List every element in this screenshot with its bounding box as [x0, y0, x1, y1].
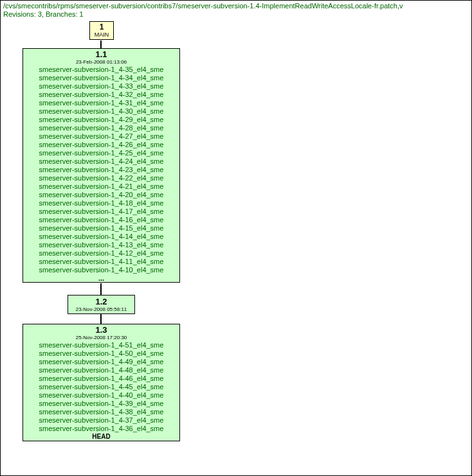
- revision-tag: smeserver-subversion-1_4-15_el4_sme: [23, 224, 179, 233]
- revision-tag: smeserver-subversion-1_4-18_el4_sme: [23, 199, 179, 207]
- revision-date: 23-Nov-2008 05:58:11: [71, 306, 132, 312]
- connector-rev1-rev2: [100, 283, 102, 295]
- revision-tag: smeserver-subversion-1_4-10_el4_sme: [23, 266, 179, 274]
- branch-box-main[interactable]: 1 MAIN: [89, 21, 114, 40]
- revision-tag: smeserver-subversion-1_4-39_el4_sme: [23, 400, 179, 408]
- revision-tag: smeserver-subversion-1_4-21_el4_sme: [23, 182, 179, 191]
- revision-tag: smeserver-subversion-1_4-13_el4_sme: [23, 241, 179, 249]
- branch-name: MAIN: [90, 31, 113, 38]
- revision-tag: smeserver-subversion-1_4-48_el4_sme: [23, 366, 179, 375]
- revision-tag: smeserver-subversion-1_4-14_el4_sme: [23, 233, 179, 241]
- revision-date: 23-Feb-2008 01:13:06: [23, 59, 179, 65]
- page-root: /cvs/smecontribs/rpms/smeserver-subversi…: [0, 0, 472, 476]
- revision-tag: smeserver-subversion-1_4-35_el4_sme: [23, 66, 179, 74]
- revision-tag: smeserver-subversion-1_4-30_el4_sme: [23, 107, 179, 116]
- revision-box-1-1[interactable]: 1.1 23-Feb-2008 01:13:06 smeserver-subve…: [23, 48, 180, 283]
- revision-tag: smeserver-subversion-1_4-29_el4_sme: [23, 116, 179, 124]
- revision-tag: smeserver-subversion-1_4-20_el4_sme: [23, 191, 179, 199]
- revision-tag: smeserver-subversion-1_4-16_el4_sme: [23, 216, 179, 224]
- branch-number: 1: [90, 23, 113, 31]
- revision-tag: smeserver-subversion-1_4-26_el4_sme: [23, 141, 179, 149]
- revision-number: 1.2: [71, 297, 132, 306]
- revision-tag: smeserver-subversion-1_4-27_el4_sme: [23, 132, 179, 141]
- revision-tag: smeserver-subversion-1_4-11_el4_sme: [23, 258, 179, 266]
- connector-branch-rev1: [100, 40, 102, 48]
- revision-box-1-3[interactable]: 1.3 25-Nov-2008 17:20:30 smeserver-subve…: [23, 324, 180, 441]
- revision-tag: smeserver-subversion-1_4-33_el4_sme: [23, 82, 179, 91]
- revision-number: 1.1: [23, 49, 179, 59]
- revision-tag: smeserver-subversion-1_4-28_el4_sme: [23, 124, 179, 132]
- revision-tag: smeserver-subversion-1_4-24_el4_sme: [23, 157, 179, 166]
- revision-tag: smeserver-subversion-1_4-12_el4_sme: [23, 249, 179, 258]
- revision-tag: smeserver-subversion-1_4-23_el4_sme: [23, 166, 179, 174]
- revision-tag: smeserver-subversion-1_4-31_el4_sme: [23, 99, 179, 107]
- revision-tag: smeserver-subversion-1_4-45_el4_sme: [23, 383, 179, 391]
- revision-tag: smeserver-subversion-1_4-32_el4_sme: [23, 91, 179, 99]
- revision-meta: Revisions: 3, Branches: 1: [3, 10, 469, 19]
- revision-tag: smeserver-subversion-1_4-50_el4_sme: [23, 349, 179, 358]
- revision-tag: smeserver-subversion-1_4-51_el4_sme: [23, 341, 179, 349]
- file-path: /cvs/smecontribs/rpms/smeserver-subversi…: [3, 2, 469, 10]
- revision-tag: smeserver-subversion-1_4-36_el4_sme: [23, 425, 179, 433]
- revision-tag: smeserver-subversion-1_4-40_el4_sme: [23, 391, 179, 400]
- revision-tags: smeserver-subversion-1_4-51_el4_smesmese…: [23, 341, 179, 433]
- header: /cvs/smecontribs/rpms/smeserver-subversi…: [1, 1, 471, 19]
- revision-tag: smeserver-subversion-1_4-46_el4_sme: [23, 375, 179, 383]
- revision-head-marker: HEAD: [23, 433, 179, 441]
- revision-tag: smeserver-subversion-1_4-49_el4_sme: [23, 358, 179, 366]
- revision-graph: 1 MAIN 1.1 23-Feb-2008 01:13:06 smeserve…: [1, 20, 471, 463]
- revision-date: 25-Nov-2008 17:20:30: [23, 335, 179, 340]
- revision-tag: smeserver-subversion-1_4-17_el4_sme: [23, 207, 179, 216]
- revision-box-1-2[interactable]: 1.2 23-Nov-2008 05:58:11: [68, 295, 135, 314]
- revision-number: 1.3: [23, 325, 179, 335]
- revision-tags: smeserver-subversion-1_4-35_el4_smesmese…: [23, 66, 179, 274]
- revision-tag: smeserver-subversion-1_4-38_el4_sme: [23, 408, 179, 416]
- revision-tag: smeserver-subversion-1_4-37_el4_sme: [23, 416, 179, 425]
- revision-tag: smeserver-subversion-1_4-34_el4_sme: [23, 74, 179, 82]
- revision-ellipsis: ...: [23, 274, 179, 282]
- revision-tag: smeserver-subversion-1_4-22_el4_sme: [23, 174, 179, 182]
- revision-tag: smeserver-subversion-1_4-25_el4_sme: [23, 149, 179, 157]
